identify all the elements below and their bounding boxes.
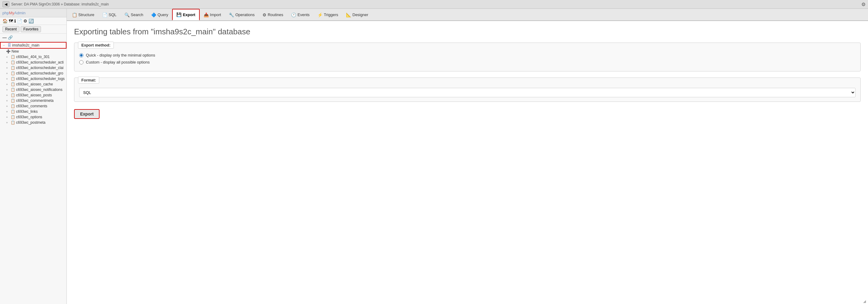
tab-search[interactable]: 🔍 Search [121,9,147,20]
new-icon: ➕ [6,49,11,54]
quick-option[interactable]: Quick - display only the minimal options [79,53,856,57]
list-item[interactable]: + 📋 c693wc_commentmeta [0,98,66,103]
list-item[interactable]: + 📋 c693wc_aioseo_posts [0,92,66,98]
tree-toggle: + [6,99,10,103]
sidebar-item-imsha9s2c-main[interactable]: − 🗄 imsha9s2c_main [0,42,66,49]
table-icon: 📋 [11,71,15,75]
list-item[interactable]: + 📋 c693wc_links [0,109,66,114]
tab-triggers[interactable]: ⚡ Triggers [313,9,342,20]
db-icon: 🗄 [8,43,11,48]
custom-label: Custom - display all possible options [86,60,150,64]
sidebar-collapse-row: — 🔗 [0,34,66,42]
list-item[interactable]: + 📋 c693wc_comments [0,103,66,109]
list-item[interactable]: + 📋 c693wc_actionscheduler_gro [0,71,66,76]
tree-toggle: + [6,66,10,70]
top-bar: ◀ Server: DA PMA SignOn:3306 » Database:… [0,0,868,9]
settings-icon[interactable]: ⚙ [861,2,866,7]
tab-operations[interactable]: 🔧 Operations [225,9,258,20]
tab-sql-label: SQL [108,12,117,17]
tab-import[interactable]: 📥 Import [200,9,225,20]
export-button[interactable]: Export [74,109,99,119]
designer-icon: 📐 [346,12,351,17]
list-item[interactable]: + 📋 c693wc_404_to_301 [0,54,66,60]
table-icon: 📋 [11,66,15,70]
tree-toggle: − [3,44,7,47]
gear-icon[interactable]: ⚙ [23,19,27,23]
logo: phpMyAdmin [2,11,26,15]
table-label: c693wc_commentmeta [16,99,54,103]
tree-toggle: + [6,72,10,75]
table-label: c693wc_actionscheduler_gro [16,71,63,75]
collapse-icon[interactable]: — [2,35,7,40]
search-icon: 🔍 [124,12,130,17]
logo-admin: Admin [14,11,26,15]
tab-structure[interactable]: 📋 Structure [68,9,98,20]
info-icon[interactable]: ℹ [14,19,16,23]
tab-designer-label: Designer [352,12,368,17]
tab-search-label: Search [131,12,143,17]
new-label: New [11,49,19,54]
quick-radio[interactable] [79,53,84,57]
page-content: Exporting tables from "imsha9s2c_main" d… [67,21,868,304]
sidebar-header: phpMyAdmin [0,9,66,17]
table-label: c693wc_aioseo_notifications [16,87,63,92]
routines-icon: ⚙ [262,12,267,17]
map-icon[interactable]: 🗺 [9,19,13,23]
table-label: c693wc_postmeta [16,120,45,125]
list-item[interactable]: + 📋 c693wc_postmeta [0,120,66,125]
tree-toggle: + [6,88,10,91]
table-label: c693wc_links [16,109,38,114]
sidebar: phpMyAdmin 🏠 🗺 ℹ 📄 ⚙ 🔄 Recent Favorites … [0,9,67,304]
tab-triggers-label: Triggers [324,12,338,17]
page-title: Exporting tables from "imsha9s2c_main" d… [74,27,861,36]
format-section: Format: SQL CSV CSV for MS Excel JSON XM… [74,78,861,102]
favorites-button[interactable]: Favorites [21,26,41,32]
tab-export-label: Export [183,12,195,17]
refresh-icon[interactable]: 🔄 [29,19,34,23]
format-select[interactable]: SQL CSV CSV for MS Excel JSON XML PDF [79,88,856,97]
sidebar-item-new[interactable]: ➕ New [0,49,66,54]
tab-bar: 📋 Structure 📄 SQL 🔍 Search 🔷 Query 💾 Exp… [67,9,868,21]
list-item[interactable]: + 📋 c693wc_options [0,114,66,120]
table-icon: 📋 [11,55,15,59]
list-item[interactable]: + 📋 c693wc_aioseo_cache [0,81,66,87]
sidebar-icons: 🏠 🗺 ℹ 📄 ⚙ 🔄 [0,17,66,25]
export-method-content: Quick - display only the minimal options… [74,49,860,71]
custom-option[interactable]: Custom - display all possible options [79,60,856,64]
triggers-icon: ⚡ [317,12,322,17]
custom-radio[interactable] [79,60,84,64]
tree-toggle: + [6,94,10,97]
tab-events-label: Events [298,12,310,17]
table-icon: 📋 [11,60,15,64]
table-label: c693wc_comments [16,104,48,108]
tab-query-label: Query [157,12,168,17]
list-item[interactable]: + 📋 c693wc_actionscheduler_acti [0,60,66,65]
doc-icon[interactable]: 📄 [17,19,22,23]
sidebar-tree: − 🗄 imsha9s2c_main ➕ New + 📋 c693wc_404_… [0,42,66,304]
table-icon: 📋 [11,109,15,114]
sql-icon: 📄 [102,12,107,17]
tab-events[interactable]: 🕐 Events [287,9,313,20]
recent-button[interactable]: Recent [2,26,20,32]
export-method-section: Export method: Quick - display only the … [74,43,861,72]
list-item[interactable]: + 📋 c693wc_aioseo_notifications [0,87,66,92]
table-label: c693wc_actionscheduler_acti [16,60,64,64]
tab-designer[interactable]: 📐 Designer [342,9,372,20]
tree-toggle: + [6,121,10,125]
home-icon[interactable]: 🏠 [2,19,8,23]
tab-routines[interactable]: ⚙ Routines [258,9,287,20]
events-icon: 🕐 [291,12,296,17]
chain-link-icon: 🔗 [8,35,13,40]
import-icon: 📥 [204,12,209,17]
operations-icon: 🔧 [229,12,234,17]
tree-toggle: + [6,55,10,59]
tab-import-label: Import [210,12,221,17]
tab-export[interactable]: 💾 Export [172,9,199,20]
table-label: c693wc_aioseo_cache [16,82,53,86]
tab-query[interactable]: 🔷 Query [147,9,172,20]
list-item[interactable]: + 📋 c693wc_actionscheduler_clai [0,65,66,71]
tab-sql[interactable]: 📄 SQL [98,9,121,20]
back-button[interactable]: ◀ [2,1,9,7]
table-label: c693wc_actionscheduler_clai [16,66,63,70]
list-item[interactable]: + 📋 c693wc_actionscheduler_logs [0,76,66,81]
